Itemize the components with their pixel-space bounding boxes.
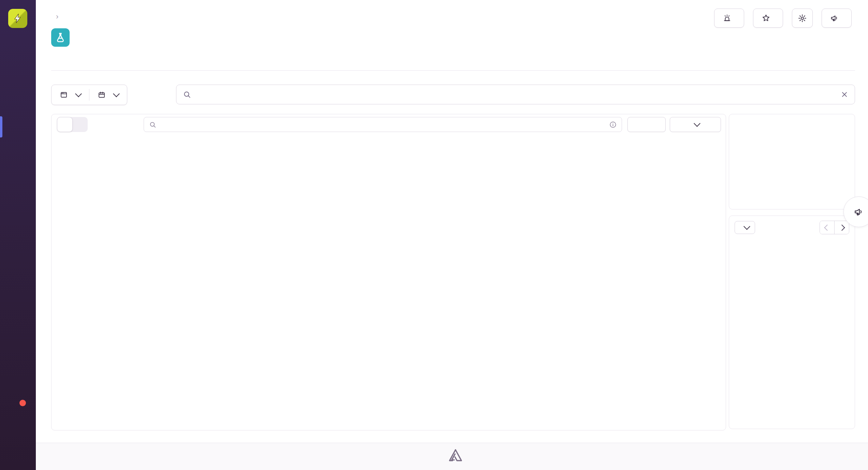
flamegraph-view-toggle[interactable] [57, 117, 73, 132]
chevron-down-icon [75, 90, 82, 97]
tabs-divider [51, 70, 855, 71]
call-tree-view-toggle[interactable] [73, 117, 88, 132]
search-input[interactable] [196, 90, 840, 99]
breadcrumb-separator: › [56, 12, 58, 21]
notification-dot [19, 400, 26, 406]
flask-platform-icon [51, 28, 70, 47]
footer [36, 443, 868, 470]
chevron-down-icon [694, 120, 700, 127]
org-logo[interactable] [8, 9, 27, 28]
event-sort-dropdown[interactable] [735, 221, 755, 234]
chevron-left-icon [824, 224, 830, 231]
events-controls [735, 221, 849, 234]
reset-zoom-button[interactable] [627, 117, 666, 132]
settings-button[interactable] [792, 9, 813, 28]
events-card [729, 216, 855, 429]
search-bar [176, 85, 855, 104]
view-segmented-control [57, 117, 88, 132]
star-icon [762, 14, 770, 23]
megaphone-icon [830, 14, 839, 23]
flamegraph-canvas[interactable] [52, 132, 725, 430]
sentry-logo [447, 448, 464, 467]
give-feedback-button[interactable] [822, 9, 852, 28]
flamegraph-panel [51, 114, 726, 430]
chevron-right-icon [839, 224, 845, 231]
filter-group [51, 85, 127, 105]
sidebar-scroll-indicator [0, 116, 2, 137]
clear-search-icon[interactable] [840, 90, 849, 99]
transaction-stats-card [729, 114, 855, 209]
chevron-down-icon [113, 90, 120, 97]
frame-filter-dropdown[interactable] [670, 117, 721, 132]
search-icon [149, 121, 157, 129]
next-page-button[interactable] [834, 221, 849, 234]
sidebar [0, 0, 36, 470]
transaction-summary-page: › [0, 0, 868, 470]
gear-icon [798, 14, 807, 23]
megaphone-icon [854, 207, 864, 217]
calendar-icon [98, 91, 106, 99]
star-for-team-button[interactable] [753, 9, 783, 28]
header-actions [714, 9, 852, 28]
search-icon [183, 90, 191, 99]
date-range-filter[interactable] [89, 91, 127, 99]
create-alert-button[interactable] [714, 9, 744, 28]
find-frames-bar [144, 117, 622, 132]
previous-page-button[interactable] [820, 221, 834, 234]
events-pagination [820, 221, 849, 234]
info-icon[interactable] [609, 121, 617, 129]
chevron-down-icon [743, 223, 750, 230]
environment-icon [60, 91, 68, 99]
title-row [51, 28, 76, 47]
find-frames-input[interactable] [160, 120, 609, 129]
lightning-logo-icon [12, 12, 24, 25]
environment-filter[interactable] [52, 91, 89, 99]
breadcrumb: › [51, 12, 63, 21]
siren-icon [723, 14, 732, 23]
